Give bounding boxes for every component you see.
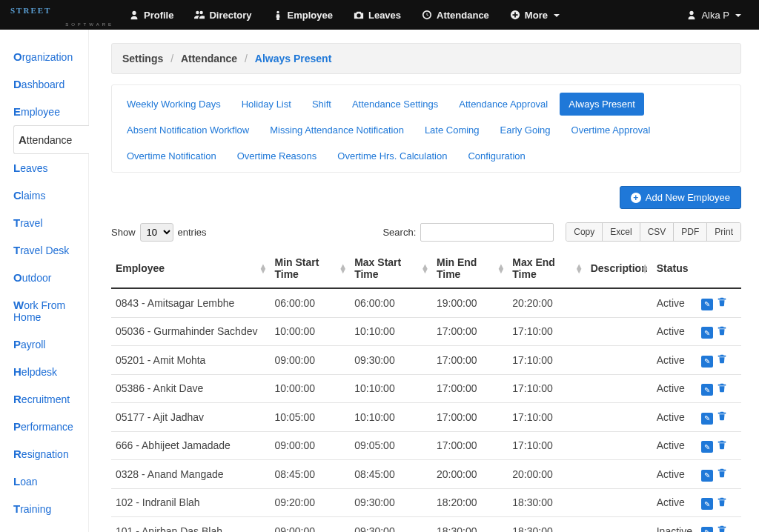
sidebar-item-employee[interactable]: Employee: [13, 98, 88, 125]
nav-directory[interactable]: Directory: [185, 5, 260, 25]
table-controls: Show 10 entries Search: CopyExcelCSVPDFP…: [111, 222, 741, 242]
col-header[interactable]: Max Start Time▲▼: [350, 249, 432, 288]
sidebar-item-performance[interactable]: Performance: [13, 413, 88, 440]
pill-absent-notification-workflow[interactable]: Absent Notification Workflow: [118, 119, 258, 142]
table-row: 101 - Anirban Das Blah09:00:0009:30:0018…: [111, 517, 741, 533]
delete-icon[interactable]: [716, 410, 728, 422]
table-row: 0843 - Amitsagar Lembhe06:00:0006:00:001…: [111, 288, 741, 317]
search-input[interactable]: [420, 223, 554, 242]
col-header[interactable]: Employee▲▼: [111, 249, 270, 288]
delete-icon[interactable]: [716, 296, 728, 307]
table-cell: 18:30:00: [508, 517, 586, 533]
nav-attendance[interactable]: Attendance: [413, 5, 498, 25]
sidebar-item-payroll[interactable]: Payroll: [13, 330, 88, 358]
nav-profile[interactable]: Profile: [120, 5, 182, 25]
pill-shift[interactable]: Shift: [303, 93, 340, 116]
col-header[interactable]: Min Start Time▲▼: [270, 249, 350, 288]
export-csv-button[interactable]: CSV: [640, 223, 674, 241]
sidebar-item-claims[interactable]: Claims: [13, 182, 88, 209]
pill-always-present[interactable]: Always Present: [560, 93, 644, 116]
sidebar-item-organization[interactable]: Organization: [13, 43, 88, 70]
table-cell: Active: [652, 346, 697, 375]
edit-icon[interactable]: ✎: [701, 527, 713, 533]
add-new-employee-button[interactable]: + Add New Employee: [620, 186, 741, 209]
nav-leaves[interactable]: Leaves: [345, 5, 410, 25]
pill-overtime-notification[interactable]: Overtime Notification: [118, 144, 225, 167]
table-cell: 102 - Indranil Blah: [111, 488, 270, 517]
table-cell: [586, 431, 652, 460]
add-button-label: Add New Employee: [646, 192, 730, 203]
delete-icon[interactable]: [716, 353, 728, 365]
export-excel-button[interactable]: Excel: [602, 223, 639, 241]
sidebar-item-outdoor[interactable]: Outdoor: [13, 264, 88, 291]
export-print-button[interactable]: Print: [706, 223, 740, 241]
pill-holiday-list[interactable]: Holiday List: [233, 93, 300, 116]
page-size-select[interactable]: 10: [140, 223, 173, 242]
nav-employee[interactable]: Employee: [264, 5, 342, 25]
col-header[interactable]: Status: [652, 249, 697, 288]
sidebar-item-resignation[interactable]: Resignation: [13, 440, 88, 468]
table-cell: 17:10:00: [508, 374, 586, 403]
pill-weekly-working-days[interactable]: Weekly Working Days: [118, 93, 230, 116]
export-pdf-button[interactable]: PDF: [673, 223, 706, 241]
edit-icon[interactable]: ✎: [701, 384, 713, 396]
edit-icon[interactable]: ✎: [701, 498, 713, 510]
sidebar-item-helpdesk[interactable]: Helpdesk: [13, 358, 88, 385]
pill-early-going[interactable]: Early Going: [491, 119, 560, 142]
breadcrumb-sep: /: [240, 53, 252, 64]
edit-icon[interactable]: ✎: [701, 327, 713, 339]
table-cell: 10:00:00: [270, 374, 350, 403]
table-cell: 17:10:00: [508, 403, 586, 432]
sidebar-item-attendance[interactable]: Attendance: [13, 125, 89, 154]
pill-late-coming[interactable]: Late Coming: [416, 119, 488, 142]
user-menu[interactable]: Alka P: [679, 5, 749, 25]
pill-missing-attendance-notification[interactable]: Missing Attendance Notification: [261, 119, 413, 142]
breadcrumb-item[interactable]: Settings: [122, 53, 163, 64]
pill-overtime-approval[interactable]: Overtime Approval: [563, 119, 660, 142]
table-cell: Active: [652, 488, 697, 517]
edit-icon[interactable]: ✎: [701, 470, 713, 482]
table-cell: Active: [652, 288, 697, 317]
table-cell: 05201 - Amit Mohta: [111, 346, 270, 375]
edit-icon[interactable]: ✎: [701, 299, 713, 310]
delete-icon[interactable]: [716, 439, 728, 450]
delete-icon[interactable]: [716, 496, 728, 508]
pill-overtime-reasons[interactable]: Overtime Reasons: [228, 144, 326, 167]
edit-icon[interactable]: ✎: [701, 413, 713, 425]
table-cell: 18:30:00: [432, 517, 508, 533]
users-icon: [194, 10, 205, 20]
sidebar-item-loan[interactable]: Loan: [13, 468, 88, 495]
pill-overtime-hrs-calculation[interactable]: Overtime Hrs. Calculation: [328, 144, 456, 167]
sidebar-item-travel[interactable]: Travel: [13, 209, 88, 236]
pill-attendance-settings[interactable]: Attendance Settings: [343, 93, 447, 116]
delete-icon[interactable]: [716, 467, 728, 479]
breadcrumb-current: Always Present: [255, 53, 332, 64]
delete-icon[interactable]: [716, 325, 728, 336]
table-cell: 09:00:00: [270, 517, 350, 533]
col-header[interactable]: Min End Time▲▼: [432, 249, 508, 288]
table-row: 05201 - Amit Mohta09:00:0009:30:0017:00:…: [111, 346, 741, 375]
edit-icon[interactable]: ✎: [701, 356, 713, 368]
table-cell: 05386 - Ankit Dave: [111, 374, 270, 403]
pill-configuration[interactable]: Configuration: [459, 144, 534, 167]
user-icon: [686, 10, 697, 20]
sidebar-item-work-from-home[interactable]: Work From Home: [13, 291, 88, 330]
sidebar-item-training[interactable]: Training: [13, 495, 88, 522]
table-cell: 19:00:00: [432, 288, 508, 317]
sidebar-item-leaves[interactable]: Leaves: [13, 154, 88, 182]
col-header[interactable]: Max End Time▲▼: [508, 249, 586, 288]
edit-icon[interactable]: ✎: [701, 441, 713, 453]
nav-more[interactable]: More: [501, 5, 569, 25]
sidebar-item-recruitment[interactable]: Recruitment: [13, 385, 88, 413]
table-cell: 17:00:00: [432, 346, 508, 375]
table-cell: Active: [652, 460, 697, 489]
col-header[interactable]: Description▲▼: [586, 249, 652, 288]
delete-icon[interactable]: [716, 524, 728, 532]
brand-logo: STREET SOFTWARE: [10, 4, 114, 25]
delete-icon[interactable]: [716, 382, 728, 393]
sidebar-item-dashboard[interactable]: Dashboard: [13, 70, 88, 98]
pill-attendance-approval[interactable]: Attendance Approval: [450, 93, 557, 116]
export-copy-button[interactable]: Copy: [566, 223, 602, 241]
breadcrumb-item[interactable]: Attendance: [181, 53, 237, 64]
sidebar-item-travel-desk[interactable]: Travel Desk: [13, 236, 88, 264]
